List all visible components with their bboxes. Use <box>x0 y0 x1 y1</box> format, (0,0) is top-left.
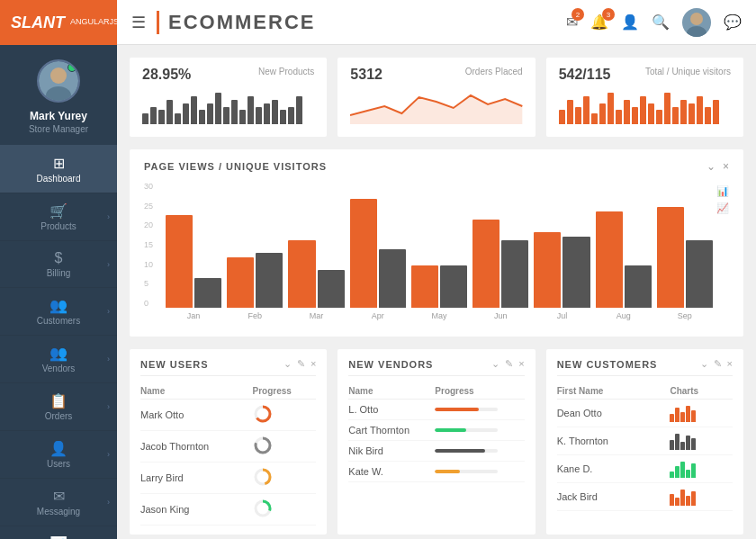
new-customers-minimize-button[interactable]: ⌄ <box>700 358 708 370</box>
notifications-button[interactable]: ✉ 2 <box>566 13 578 31</box>
mini-bar <box>670 472 674 478</box>
bar-orange <box>534 232 561 308</box>
table-row: Kate W. <box>348 462 524 482</box>
bar-dark <box>194 278 221 308</box>
sidebar-item-users[interactable]: 👤 Users › <box>0 431 117 479</box>
mini-bar <box>686 470 690 478</box>
progress-bar <box>435 408 498 411</box>
new-customers-edit-button[interactable]: ✎ <box>714 358 722 370</box>
bar-dark <box>318 270 345 308</box>
alerts-button[interactable]: 🔔 3 <box>590 13 608 31</box>
y-label: 0 <box>144 299 162 308</box>
user-name-cell: Mark Otto <box>140 400 253 431</box>
bar-group <box>227 253 283 308</box>
chevron-right-icon: › <box>107 355 110 364</box>
y-label: 20 <box>144 220 162 229</box>
chevron-right-icon: › <box>107 402 110 411</box>
chart-type-bar-icon[interactable]: 📊 <box>716 185 729 197</box>
user-name-cell: Larry Bird <box>140 463 253 494</box>
new-users-edit-button[interactable]: ✎ <box>297 358 305 370</box>
users-topbar-button[interactable]: 👤 <box>621 13 639 31</box>
table-row: Jason King <box>140 494 316 526</box>
mini-bar <box>272 100 278 124</box>
bar-month-label: Sep <box>657 311 713 320</box>
progress-fill <box>435 470 460 473</box>
col-name-header: Name <box>140 383 253 400</box>
sidebar-item-vendors[interactable]: 👥 Vendors › <box>0 336 117 383</box>
brand-sub: ANGULARJS <box>70 17 117 28</box>
dashboard-icon: ⊞ <box>53 155 65 172</box>
new-users-panel: NEW USERS ⌄ ✎ × Name Progress Mark Ott <box>130 349 327 535</box>
search-button[interactable]: 🔍 <box>652 13 670 31</box>
visitors-value: 542/115 <box>559 67 611 83</box>
orders-icon: 📋 <box>50 392 68 409</box>
table-row: Nik Bird <box>348 441 524 462</box>
new-users-close-button[interactable]: × <box>310 358 316 370</box>
chat-button[interactable]: 💬 <box>724 13 742 31</box>
bar-chart-labels: JanFebMarAprMayJunJulAugSep <box>166 311 713 320</box>
svg-marker-4 <box>350 95 522 124</box>
new-customers-title: NEW CUSTOMERS <box>557 359 658 370</box>
topbar-avatar[interactable] <box>682 8 711 37</box>
sidebar-item-label: Orders <box>45 411 73 421</box>
mini-bar <box>264 103 270 124</box>
table-row: Kane D. <box>557 455 733 483</box>
sidebar-item-label: Vendors <box>42 364 76 373</box>
new-users-minimize-button[interactable]: ⌄ <box>284 358 292 370</box>
mini-bar <box>675 466 680 479</box>
mini-bar <box>691 438 696 451</box>
alerts-badge: 3 <box>602 8 615 21</box>
mini-bar <box>691 463 696 478</box>
progress-fill <box>435 449 485 453</box>
mini-bar <box>680 442 685 450</box>
sidebar-item-products[interactable]: 🛒 Products › <box>0 193 117 241</box>
mini-bar <box>288 107 294 124</box>
bar-group <box>534 232 590 308</box>
visitors-chart <box>559 88 731 124</box>
bar-month-label: Apr <box>350 311 406 320</box>
sidebar-item-orders[interactable]: 📋 Orders › <box>0 383 117 431</box>
visitors-label: Total / Unique visitors <box>645 67 731 76</box>
mini-bar <box>691 491 696 506</box>
bar-month-label: Feb <box>227 311 283 320</box>
sidebar-item-label: Customers <box>37 316 80 326</box>
search-icon: 🔍 <box>652 14 670 30</box>
bar-orange <box>166 215 193 308</box>
sidebar-item-customers[interactable]: 👥 Customers › <box>0 288 117 336</box>
sidebar-item-label: Billing <box>47 268 71 278</box>
messaging-icon: ✉ <box>53 488 65 505</box>
sidebar-item-dashboard[interactable]: ⊞ Dashboard <box>0 146 117 193</box>
bar-group <box>288 240 344 308</box>
billing-icon: $ <box>55 250 63 266</box>
vendor-name-cell: Nik Bird <box>348 441 435 462</box>
chart-minimize-button[interactable]: ⌄ <box>706 160 716 173</box>
bar-dark <box>562 237 590 308</box>
bar-month-label: Jun <box>472 311 528 320</box>
mini-bar <box>713 100 719 124</box>
chart-close-button[interactable]: × <box>723 160 729 173</box>
stat-cards-row: 28.95% New Products 5312 Orders Placed 5… <box>130 58 743 137</box>
table-row: Mark Otto <box>140 400 316 431</box>
new-vendors-minimize-button[interactable]: ⌄ <box>491 358 500 370</box>
orders-label: Orders Placed <box>465 67 523 76</box>
sidebar-item-billing[interactable]: $ Billing › <box>0 241 117 288</box>
new-vendors-edit-button[interactable]: ✎ <box>505 358 513 370</box>
mini-bar <box>207 103 213 124</box>
sidebar-item-messaging[interactable]: ✉ Messaging › <box>0 479 117 526</box>
progress-cell <box>435 441 524 462</box>
mini-bar <box>183 103 189 124</box>
mini-bar <box>583 96 590 124</box>
col-first-name-header: First Name <box>557 383 670 400</box>
customer-mini-chart <box>670 460 733 478</box>
mini-bar <box>672 107 679 124</box>
brand-icon: SLANT <box>11 13 65 32</box>
chart-type-line-icon[interactable]: 📈 <box>716 202 729 214</box>
mini-bar <box>223 107 230 124</box>
bar-orange <box>350 199 377 308</box>
new-vendors-close-button[interactable]: × <box>518 358 524 370</box>
menu-toggle-button[interactable]: ☰ <box>131 13 146 32</box>
topbar: ☰ ECOMMERCE ✉ 2 🔔 3 👤 🔍 <box>117 0 756 45</box>
sidebar-item-reports[interactable]: 📊 Reports › <box>0 526 117 539</box>
mini-bar <box>191 96 197 124</box>
new-customers-close-button[interactable]: × <box>727 358 733 370</box>
